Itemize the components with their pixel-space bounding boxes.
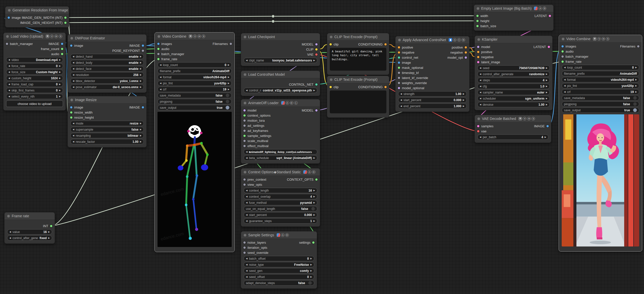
node-empty_latent[interactable]: Empty Latent Image (Big Batch)ADwidthLAT… [474,5,554,31]
combo-next-icon[interactable]: ▶ [313,157,315,159]
output-slot-frame-count[interactable] [61,48,63,50]
widget-skip-first-frames[interactable]: ◀skip_first_frames0▶ [6,88,63,93]
widget-noise-type[interactable]: ◀noise_typeFreeNoise▶ [244,262,314,267]
combo-prev-icon[interactable]: ◀ [246,151,247,153]
combo-prev-icon[interactable]: ◀ [480,85,481,87]
combo-next-icon[interactable]: ▶ [635,79,637,81]
combo-next-icon[interactable]: ▶ [140,55,142,58]
combo-prev-icon[interactable]: ◀ [73,134,74,137]
combo-next-icon[interactable]: ▶ [313,89,315,91]
output-slot-image[interactable] [546,125,549,127]
input-slot-images[interactable] [157,43,160,45]
widget-mode[interactable]: ◀moderesize▶ [70,121,144,126]
combo-prev-icon[interactable]: ◀ [246,264,247,266]
collapse-dot[interactable] [477,7,479,10]
combo-next-icon[interactable]: ▶ [140,80,142,82]
output-slot-positive[interactable] [465,46,467,49]
collapse-dot[interactable] [7,215,10,218]
input-slot-mask-optional[interactable] [398,67,400,69]
widget-crf[interactable]: ◀crf19▶ [562,89,639,95]
combo-prev-icon[interactable]: ◀ [246,270,247,272]
node-load_video[interactable]: Load Video (Upload)VHSbatch_managerIMAGE… [3,33,66,111]
combo-next-icon[interactable]: ▶ [48,237,50,239]
widget-use-on-equal-length[interactable]: use_on_equal_lengthfalse [244,206,317,211]
input-slot-image[interactable] [70,44,72,47]
collapse-dot[interactable] [244,36,246,38]
input-slot-context-options[interactable] [243,114,246,117]
output-slot-settings[interactable] [312,241,315,244]
combo-prev-icon[interactable]: ◀ [8,71,10,73]
input-slot-clip[interactable] [329,86,332,88]
combo-prev-icon[interactable]: ◀ [480,97,481,100]
combo-prev-icon[interactable]: ◀ [564,66,566,69]
node-title-bar[interactable]: Video CombineVHS [559,35,642,43]
combo-prev-icon[interactable]: ◀ [246,202,247,204]
collapse-dot[interactable] [398,39,401,41]
widget-pix-fmt[interactable]: ◀pix_fmtyuv420p▶ [158,81,232,86]
widget-model-name[interactable]: ◀animatediff_lightning_4step_comfyui.saf… [244,149,317,154]
toggle-knob[interactable] [308,281,312,285]
widget-pose-estimator[interactable]: ◀pose_estimatordw-ll_ucoco.onnx▶ [70,84,144,90]
widget-choose-video-to-upload[interactable]: choose video to upload [6,100,63,107]
node-title-bar[interactable]: KSampler [475,36,552,43]
widget-rescale-factor[interactable]: ◀rescale_factor1.00▶ [70,139,144,144]
widget-fuse-method[interactable]: ◀fuse_methodpyramid▶ [244,200,317,205]
input-slot-image[interactable] [70,106,72,109]
node-vae_decode[interactable]: VAE Decode BatchedVHSsamplesIMAGEvae◀per… [475,115,551,143]
output-slot-model[interactable] [315,43,318,45]
combo-next-icon[interactable]: ▶ [140,122,142,125]
collapse-dot[interactable] [244,171,246,174]
widget-force-rate[interactable]: ◀force_rate0▶ [6,63,63,69]
combo-prev-icon[interactable]: ◀ [8,89,10,91]
output-slot-latent[interactable] [548,46,550,48]
input-slot-images[interactable] [561,45,564,48]
widget-loop-count[interactable]: ◀loop_count0▶ [158,62,232,68]
combo-next-icon[interactable]: ▶ [310,270,312,272]
widget-control-after-generate[interactable]: ◀control_after_generaterandomize▶ [477,71,550,77]
node-animatediff[interactable]: AnimateDiff LoaderAD1modelMODELcontext_o… [241,99,320,164]
collapse-dot[interactable] [70,99,73,101]
combo-next-icon[interactable]: ▶ [313,214,315,216]
input-slot-batch-manager[interactable] [157,53,160,55]
collapse-dot[interactable] [477,38,480,41]
combo-prev-icon[interactable]: ◀ [400,99,402,101]
combo-prev-icon[interactable]: ◀ [73,74,74,76]
combo-prev-icon[interactable]: ◀ [8,83,10,85]
combo-next-icon[interactable]: ▶ [140,86,142,88]
node-clip_pos[interactable]: CLIP Text Encode (Prompt)clipCONDITIONIN… [327,33,389,75]
output-slot-filenames[interactable] [637,45,639,48]
combo-prev-icon[interactable]: ◀ [246,220,247,222]
combo-prev-icon[interactable]: ◀ [8,95,10,98]
widget-pix-fmt[interactable]: ◀pix_fmtyuv420p▶ [562,83,639,88]
input-slot-sample-settings[interactable] [243,135,246,137]
input-slot-batch-manager[interactable] [6,43,8,45]
input-slot-height[interactable] [476,20,479,22]
input-slot-negative[interactable] [398,51,400,54]
input-slot-model-optional[interactable] [398,87,400,89]
prompt-textarea[interactable] [330,90,386,113]
combo-prev-icon[interactable]: ◀ [480,73,481,75]
input-slot-control-net[interactable] [398,56,400,59]
prompt-textarea[interactable]: A beautiful girl dancing, pink long hair… [330,48,386,71]
combo-prev-icon[interactable]: ◀ [9,237,11,239]
node-video_combine_R[interactable]: Video CombineVHSimagesFilenamesaudiobatc… [559,35,642,251]
combo-prev-icon[interactable]: ◀ [9,231,11,233]
combo-next-icon[interactable]: ▶ [546,85,547,87]
combo-prev-icon[interactable]: ◀ [246,59,247,61]
input-slot-vae[interactable] [477,130,479,132]
input-slot-model[interactable] [477,46,479,48]
widget-frame-load-cap[interactable]: ◀frame_load_cap0▶ [6,82,63,87]
output-slot-image-gen-height-int[interactable] [64,22,67,24]
combo-next-icon[interactable]: ▶ [545,136,546,138]
widget-custom-height[interactable]: ◀custom_height1024▶ [6,75,63,81]
combo-prev-icon[interactable]: ◀ [246,189,247,192]
toggle-knob[interactable] [633,108,637,112]
input-slot-prev-context[interactable] [243,178,246,181]
node-title-bar[interactable]: Image Resize [68,96,146,104]
combo-next-icon[interactable]: ▶ [228,76,229,78]
node-dwpose[interactable]: DWPose EstimatorimageIMAGEPOSE_KEYPOINT◀… [68,34,147,93]
widget-pingpong[interactable]: pingpongfalse [158,99,232,104]
combo-next-icon[interactable]: ▶ [228,88,229,90]
combo-next-icon[interactable]: ▶ [140,134,142,137]
input-slot-batch-size[interactable] [476,25,479,27]
